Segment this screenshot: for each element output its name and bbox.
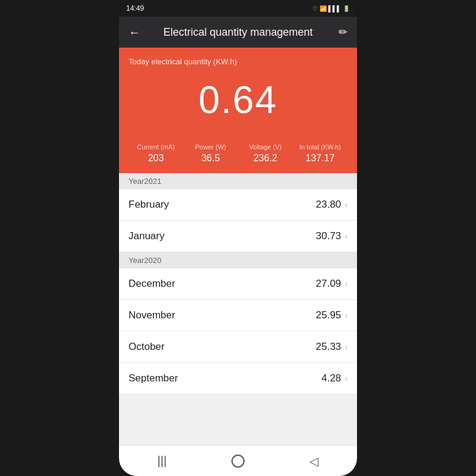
kwh-value: 0.64 <box>129 78 347 122</box>
month-value-october: 25.33 <box>316 341 342 353</box>
month-right-october: 25.33 › <box>316 341 347 353</box>
month-row-january[interactable]: January 30.73 › <box>119 221 357 252</box>
stat-total-label: In total (KW.h) <box>293 143 347 151</box>
main-content: Today electrical quantity (KW.h) 0.64 Cu… <box>119 48 357 445</box>
month-value-december: 27.09 <box>316 278 342 290</box>
nav-back-button[interactable]: ◁ <box>298 449 330 473</box>
chevron-right-icon-february: › <box>345 200 347 209</box>
month-name-january: January <box>129 230 164 242</box>
stat-voltage-value: 236.2 <box>238 153 293 164</box>
stat-voltage: Voltage (V) 236.2 <box>238 143 293 164</box>
month-right-september: 4.28 › <box>321 372 347 384</box>
heart-icon: ♡ <box>312 5 318 12</box>
status-bar: 14:49 ♡ 📶 ▌▌▌ 🔋 <box>119 0 357 17</box>
stat-total-value: 137.17 <box>293 153 347 164</box>
month-name-february: February <box>129 199 169 211</box>
signal-icon: ▌▌▌ <box>328 5 341 12</box>
bottom-spacer <box>119 394 357 442</box>
month-name-october: October <box>129 341 164 353</box>
dashboard-card: Today electrical quantity (KW.h) 0.64 Cu… <box>119 48 357 173</box>
chevron-right-icon-september: › <box>345 374 347 383</box>
month-value-september: 4.28 <box>321 372 341 384</box>
month-name-december: December <box>129 278 175 290</box>
chevron-right-icon-november: › <box>345 311 347 320</box>
page-title: Electrical quantity management <box>148 26 328 39</box>
battery-icon: 🔋 <box>343 5 350 12</box>
stat-current-label: Current (mA) <box>129 143 183 151</box>
chevron-right-icon-october: › <box>345 342 347 352</box>
stat-total: In total (KW.h) 137.17 <box>293 143 347 164</box>
month-row-october[interactable]: October 25.33 › <box>119 331 357 363</box>
stat-power-value: 36.5 <box>183 153 238 164</box>
wifi-icon: 📶 <box>320 5 327 12</box>
nav-bar: ||| ◁ <box>119 445 357 476</box>
month-right-january: 30.73 › <box>316 230 347 242</box>
chevron-right-icon-december: › <box>345 279 347 289</box>
nav-home-button[interactable] <box>231 455 245 468</box>
month-right-november: 25.95 › <box>316 309 347 321</box>
stat-current-value: 203 <box>129 153 183 164</box>
year-header-2020: Year2020 <box>119 252 357 268</box>
edit-button[interactable]: ✏ <box>328 26 347 39</box>
stat-current: Current (mA) 203 <box>129 143 183 164</box>
month-row-september[interactable]: September 4.28 › <box>119 363 357 394</box>
stat-power: Power (W) 36.5 <box>183 143 238 164</box>
today-label: Today electrical quantity (KW.h) <box>129 57 347 66</box>
year-header-2021: Year2021 <box>119 173 357 189</box>
back-button[interactable]: ← <box>129 26 148 39</box>
chevron-right-icon-january: › <box>345 231 347 241</box>
month-row-december[interactable]: December 27.09 › <box>119 268 357 300</box>
status-time: 14:49 <box>126 4 144 12</box>
year-group-2020: Year2020 December 27.09 › November 25.95… <box>119 252 357 394</box>
stat-voltage-label: Voltage (V) <box>238 143 293 151</box>
status-icons: ♡ 📶 ▌▌▌ 🔋 <box>312 5 350 12</box>
month-right-february: 23.80 › <box>316 199 347 211</box>
month-row-november[interactable]: November 25.95 › <box>119 300 357 331</box>
stats-row: Current (mA) 203 Power (W) 36.5 Voltage … <box>129 139 347 164</box>
stat-power-label: Power (W) <box>183 143 238 151</box>
month-value-january: 30.73 <box>316 230 342 242</box>
month-row-february[interactable]: February 23.80 › <box>119 189 357 221</box>
phone-frame: 14:49 ♡ 📶 ▌▌▌ 🔋 ← Electrical quantity ma… <box>119 0 357 476</box>
month-right-december: 27.09 › <box>316 278 347 290</box>
month-value-february: 23.80 <box>316 199 342 211</box>
month-value-november: 25.95 <box>316 309 342 321</box>
nav-menu-button[interactable]: ||| <box>146 449 179 472</box>
app-header: ← Electrical quantity management ✏ <box>119 17 357 48</box>
month-name-november: November <box>129 309 175 321</box>
year-group-2021: Year2021 February 23.80 › January 30.73 … <box>119 173 357 252</box>
month-name-september: September <box>129 372 178 384</box>
